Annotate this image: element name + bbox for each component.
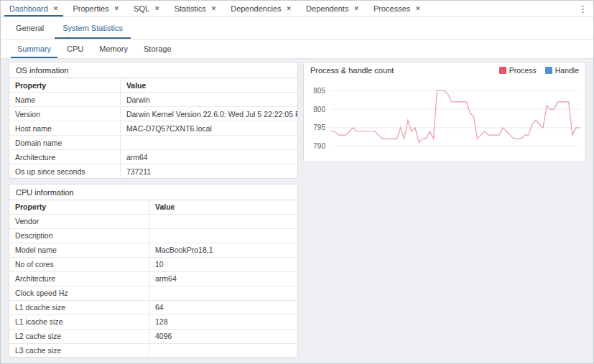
legend-label: Handle xyxy=(555,66,579,75)
table-row: Os up since seconds 737211 xyxy=(9,164,297,179)
property-cell: Version xyxy=(9,107,120,121)
property-cell: Vendor xyxy=(9,214,149,228)
tab-label: Dependencies xyxy=(231,4,281,13)
table-row: Name Darwin xyxy=(9,93,297,107)
property-cell: Architecture xyxy=(9,271,149,286)
cpu-information-panel: CPU information Property Value Vendor xyxy=(9,184,298,358)
property-cell: Description xyxy=(9,228,149,243)
value-cell: 128 xyxy=(149,314,297,329)
table-row: Architecture arm64 xyxy=(9,271,297,286)
tab-summary[interactable]: Summary xyxy=(9,39,59,58)
panel-title: CPU information xyxy=(9,185,297,200)
table-header-row: Property Value xyxy=(9,200,297,214)
table-row: Vendor xyxy=(9,214,297,228)
tab-label: General xyxy=(16,24,44,32)
y-axis-tick: 800 xyxy=(304,106,325,113)
value-cell xyxy=(149,228,297,243)
close-tab-icon[interactable]: ✕ xyxy=(415,6,421,12)
property-cell: Host name xyxy=(9,121,120,136)
table-row: Version Darwin Kernel Version 22.6.0: We… xyxy=(9,107,297,121)
table-row: Clock speed Hz xyxy=(9,286,297,300)
value-cell xyxy=(149,286,297,300)
table-row: Architecture arm64 xyxy=(9,150,297,164)
legend-item-handle: Handle xyxy=(545,66,579,75)
tab-processes[interactable]: Processes ✕ xyxy=(366,1,428,17)
tab-label: Properties xyxy=(73,4,108,13)
table-header-row: Property Value xyxy=(9,78,297,93)
tab-label: Processes xyxy=(373,4,410,13)
y-axis-tick: 790 xyxy=(304,142,325,150)
cpu-information-table: Property Value Vendor Description xyxy=(9,200,297,358)
property-cell: L2 cache size xyxy=(9,329,149,343)
tab-label: Storage xyxy=(144,45,172,53)
y-axis-tick: 795 xyxy=(304,123,325,131)
legend-label: Process xyxy=(509,66,537,75)
property-cell: Clock speed Hz xyxy=(9,286,149,300)
os-information-table: Property Value Name Darwin Version Darwi… xyxy=(9,78,297,179)
chart-plot-area: 805800795790 xyxy=(304,77,585,162)
tab-label: Memory xyxy=(99,45,128,53)
tab-sql[interactable]: SQL ✕ xyxy=(126,1,167,17)
handle-legend-swatch xyxy=(545,67,552,74)
panel-tab-bar: Dashboard ✕ Properties ✕ SQL ✕ Statistic… xyxy=(1,1,593,17)
tab-system-statistics[interactable]: System Statistics xyxy=(53,17,132,39)
value-cell: MAC-D7Q57CXNT6.local xyxy=(120,121,297,136)
pgadmin-dashboard-window: Dashboard ✕ Properties ✕ SQL ✕ Statistic… xyxy=(0,0,594,364)
tab-cpu[interactable]: CPU xyxy=(59,39,91,58)
close-tab-icon[interactable]: ✕ xyxy=(353,6,359,12)
tab-dependencies[interactable]: Dependencies ✕ xyxy=(223,1,299,17)
close-tab-icon[interactable]: ✕ xyxy=(211,6,217,12)
statistics-tab-bar: Summary CPU Memory Storage xyxy=(1,39,593,59)
value-cell: Darwin xyxy=(120,93,297,107)
value-cell: 64 xyxy=(149,300,297,314)
table-row: Model name MacBookPro18,1 xyxy=(9,243,297,257)
table-row: L1 dcache size 64 xyxy=(9,300,297,314)
process-handle-count-panel: Process & handle count Process Handle xyxy=(303,62,586,162)
table-row: Description xyxy=(9,228,297,243)
table-row: Domain name xyxy=(9,136,297,150)
value-cell xyxy=(149,214,297,228)
tab-statistics[interactable]: Statistics ✕ xyxy=(167,1,224,17)
table-row: L1 icache size 128 xyxy=(9,314,297,329)
tab-general[interactable]: General xyxy=(6,17,53,39)
property-cell: Domain name xyxy=(9,136,120,150)
column-header-property: Property xyxy=(9,200,149,214)
value-cell: Darwin Kernel Version 22.6.0: Wed Jul 5 … xyxy=(120,107,297,121)
table-row: L2 cache size 4096 xyxy=(9,329,297,343)
tab-label: Summary xyxy=(17,45,51,53)
value-cell: arm64 xyxy=(120,150,297,164)
close-tab-icon[interactable]: ✕ xyxy=(114,6,120,12)
value-cell xyxy=(120,136,297,150)
right-column: Process & handle count Process Handle xyxy=(303,62,586,358)
property-cell: No of cores xyxy=(9,257,149,271)
close-tab-icon[interactable]: ✕ xyxy=(154,6,160,12)
value-cell xyxy=(149,343,297,358)
table-row: Host name MAC-D7Q57CXNT6.local xyxy=(9,121,297,136)
tab-label: CPU xyxy=(67,45,83,53)
chart-title: Process & handle count xyxy=(310,66,394,75)
close-tab-icon[interactable]: ✕ xyxy=(287,6,292,12)
tab-label: Statistics xyxy=(175,4,206,13)
value-cell: MacBookPro18,1 xyxy=(149,243,297,257)
column-header-property: Property xyxy=(9,78,120,93)
close-tab-icon[interactable]: ✕ xyxy=(53,6,59,12)
property-cell: L3 cache size xyxy=(9,343,149,358)
panel-title: OS information xyxy=(9,62,297,78)
value-cell: arm64 xyxy=(149,271,297,286)
table-row: L3 cache size xyxy=(9,343,297,358)
tab-memory[interactable]: Memory xyxy=(91,39,136,58)
property-cell: Architecture xyxy=(9,150,120,164)
tab-storage[interactable]: Storage xyxy=(136,39,180,58)
value-cell: 4096 xyxy=(149,329,297,343)
property-cell: Os up since seconds xyxy=(9,164,120,179)
value-cell: 737211 xyxy=(120,164,297,179)
tab-dashboard[interactable]: Dashboard ✕ xyxy=(2,1,65,17)
tab-label: System Statistics xyxy=(62,24,123,32)
tab-dependents[interactable]: Dependents ✕ xyxy=(299,1,366,17)
tab-label: SQL xyxy=(134,4,149,13)
legend-item-process: Process xyxy=(499,66,537,75)
process-handle-chart xyxy=(331,80,580,157)
more-options-icon[interactable]: ⋮ xyxy=(572,4,593,14)
column-header-value: Value xyxy=(149,200,297,214)
tab-properties[interactable]: Properties ✕ xyxy=(65,1,126,17)
